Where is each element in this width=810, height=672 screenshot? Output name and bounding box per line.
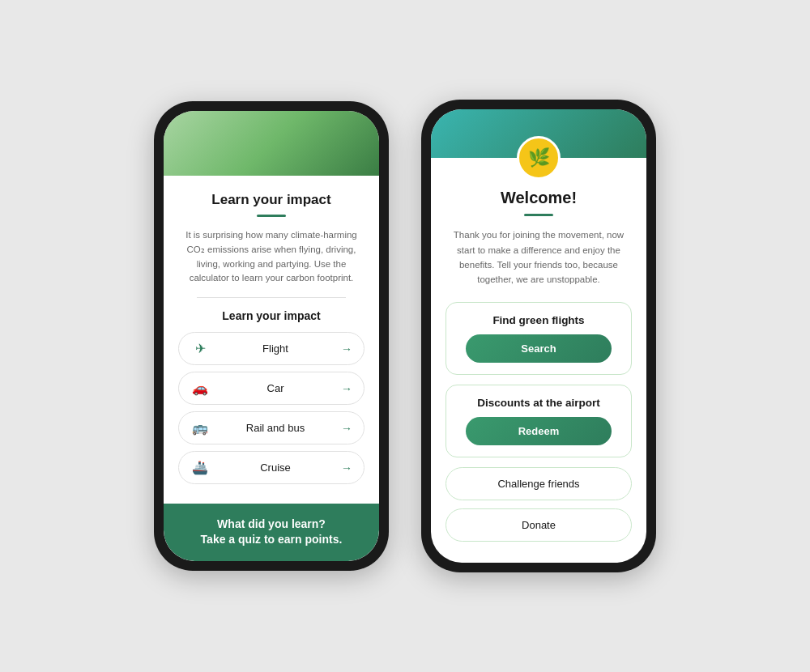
phone1-content: Learn your impact It is surprising how m… bbox=[164, 176, 379, 504]
phone1-header-title: Learn your impact bbox=[178, 192, 364, 208]
rail-bus-label: Rail and bus bbox=[210, 422, 341, 434]
find-green-flights-card: Find green flights Search bbox=[446, 302, 632, 375]
flight-icon: ✈ bbox=[190, 341, 210, 356]
cruise-icon: 🚢 bbox=[190, 460, 210, 475]
rail-bus-arrow: → bbox=[341, 422, 352, 435]
phone-1: Learn your impact It is surprising how m… bbox=[154, 101, 389, 571]
flight-arrow: → bbox=[341, 342, 352, 355]
bus-icon: 🚌 bbox=[190, 420, 210, 436]
phone1-divider bbox=[197, 297, 346, 298]
cruise-arrow: → bbox=[341, 461, 352, 474]
phone-2: 🌿 Welcome! Thank you for joining the mov… bbox=[421, 100, 656, 572]
phone1-description: It is surprising how many climate-harmin… bbox=[178, 228, 364, 286]
discounts-airport-card: Discounts at the airport Redeem bbox=[446, 385, 632, 457]
find-green-flights-title: Find green flights bbox=[492, 314, 584, 326]
phone2-description: Thank you for joining the movement, now … bbox=[446, 228, 632, 287]
menu-item-flight[interactable]: ✈ Flight → bbox=[178, 332, 364, 365]
menu-item-car[interactable]: 🚗 Car → bbox=[178, 372, 364, 405]
menu-list: ✈ Flight → 🚗 Car → 🚌 Rail and bus → 🚢 Cr… bbox=[178, 332, 364, 484]
donate-button[interactable]: Donate bbox=[446, 508, 632, 542]
search-button[interactable]: Search bbox=[466, 334, 612, 363]
redeem-button[interactable]: Redeem bbox=[466, 417, 612, 445]
challenge-friends-button[interactable]: Challenge friends bbox=[446, 467, 632, 500]
phone1-footer: What did you learn? Take a quiz to earn … bbox=[164, 504, 379, 561]
phone2-content: Welcome! Thank you for joining the movem… bbox=[431, 158, 646, 563]
car-label: Car bbox=[210, 382, 341, 394]
menu-item-cruise[interactable]: 🚢 Cruise → bbox=[178, 451, 364, 484]
badge-icon: 🌿 bbox=[528, 147, 550, 168]
car-icon: 🚗 bbox=[190, 381, 210, 396]
flight-label: Flight bbox=[210, 342, 341, 355]
phone2-top-banner: 🌿 bbox=[431, 109, 646, 158]
car-arrow: → bbox=[341, 382, 352, 395]
phone1-footer-text: What did you learn? Take a quiz to earn … bbox=[180, 517, 363, 548]
phone1-section-title: Learn your impact bbox=[178, 309, 364, 322]
cruise-label: Cruise bbox=[210, 461, 341, 474]
phone1-underline bbox=[257, 215, 286, 217]
menu-item-rail-bus[interactable]: 🚌 Rail and bus → bbox=[178, 411, 364, 444]
phone1-hero-image bbox=[164, 111, 379, 176]
phone2-underline bbox=[524, 214, 553, 216]
phone2-title: Welcome! bbox=[446, 189, 632, 207]
phone2-badge: 🌿 bbox=[517, 136, 561, 180]
discounts-airport-title: Discounts at the airport bbox=[477, 397, 600, 409]
